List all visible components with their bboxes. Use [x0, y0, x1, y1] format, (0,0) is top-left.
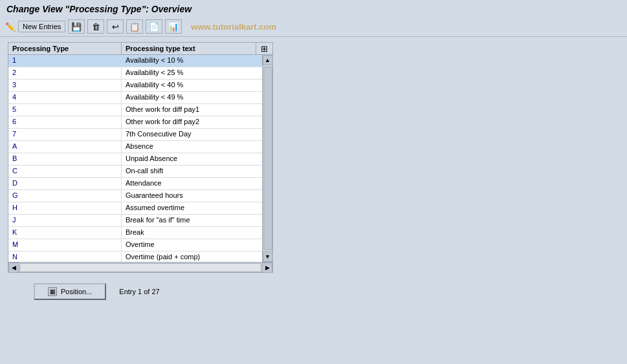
cell-text: Unpaid Absence: [122, 153, 262, 165]
page-title: Change View "Processing Type": Overview: [6, 4, 192, 14]
table-row[interactable]: MOvertime: [8, 239, 262, 252]
cell-text: On-call shift: [122, 166, 262, 177]
horizontal-scrollbar[interactable]: ◀ ▶: [8, 262, 272, 272]
undo-button[interactable]: ↩: [107, 19, 124, 34]
h-scroll-track: [19, 263, 261, 272]
position-button[interactable]: ▦ Position...: [34, 283, 106, 300]
discard-icon: 🗑: [91, 21, 101, 32]
table-header: Processing Type Processing type text ⊞: [8, 43, 272, 55]
col-processing-type: Processing Type: [8, 43, 122, 54]
scroll-thumb[interactable]: [263, 67, 272, 250]
cell-type: 5: [8, 104, 122, 116]
toolbar-icon-edit: ✏️: [5, 21, 16, 32]
position-btn-label: Position...: [61, 288, 92, 295]
table-row[interactable]: AAbsence: [8, 141, 262, 153]
table-scroll-area: 1Availability < 10 %2Availability < 25 %…: [8, 55, 272, 262]
scroll-left-arrow[interactable]: ◀: [8, 262, 19, 273]
save-icon: 💾: [71, 21, 82, 32]
cell-text: Absence: [122, 141, 262, 153]
other-button[interactable]: 📊: [165, 19, 182, 34]
cell-text: Assumed overtime: [122, 202, 262, 214]
discard-button[interactable]: 🗑: [87, 19, 104, 34]
scroll-up-arrow[interactable]: ▲: [263, 55, 273, 65]
table-row[interactable]: COn-call shift: [8, 166, 262, 178]
cell-type: H: [8, 202, 122, 214]
paste-icon: 📄: [149, 21, 159, 32]
scroll-right-arrow[interactable]: ▶: [262, 262, 272, 273]
table-row[interactable]: NOvertime (paid + comp): [8, 252, 262, 262]
table-row[interactable]: HAssumed overtime: [8, 202, 262, 215]
toolbar: ✏️ New Entries 💾 🗑 ↩ 📋 📄 📊 www.tutorialk…: [0, 17, 627, 37]
cell-text: Availability < 49 %: [122, 92, 262, 103]
new-entries-label: New Entries: [23, 23, 61, 30]
data-rows: 1Availability < 10 %2Availability < 25 %…: [8, 55, 262, 262]
cell-type: G: [8, 190, 122, 202]
cell-text: Availability < 40 %: [122, 80, 262, 91]
cell-text: Guaranteed hours: [122, 190, 262, 202]
cell-type: B: [8, 153, 122, 165]
cell-text: Availability < 25 %: [122, 67, 262, 79]
cell-type: D: [8, 178, 122, 189]
table-row[interactable]: 1Availability < 10 %: [8, 55, 262, 67]
table-row[interactable]: JBreak for "as if" time: [8, 215, 262, 227]
cell-type: 6: [8, 116, 122, 128]
copy-icon: 📋: [129, 21, 140, 32]
column-settings-icon[interactable]: ⊞: [256, 43, 272, 54]
main-content: Processing Type Processing type text ⊞ 1…: [0, 37, 627, 305]
cell-text: 7th Consecutive Day: [122, 129, 262, 140]
table-row[interactable]: 5Other work for diff pay1: [8, 104, 262, 116]
position-area: ▦ Position... Entry 1 of 27: [8, 283, 619, 300]
table-row[interactable]: KBreak: [8, 227, 262, 239]
table-row[interactable]: DAttendance: [8, 178, 262, 190]
cell-text: Attendance: [122, 178, 262, 189]
new-entries-button[interactable]: New Entries: [18, 21, 65, 32]
watermark: www.tutorialkart.com: [191, 22, 276, 32]
vertical-scrollbar[interactable]: ▲ ▼: [262, 55, 272, 262]
data-table: Processing Type Processing type text ⊞ 1…: [8, 42, 273, 273]
table-row[interactable]: 4Availability < 49 %: [8, 92, 262, 104]
table-row[interactable]: 3Availability < 40 %: [8, 80, 262, 92]
title-bar: Change View "Processing Type": Overview: [0, 0, 627, 17]
copy-button[interactable]: 📋: [126, 19, 143, 34]
cell-type: 3: [8, 80, 122, 91]
col-processing-type-text: Processing type text: [122, 43, 256, 54]
cell-type: M: [8, 239, 122, 251]
cell-text: Other work for diff pay1: [122, 104, 262, 116]
cell-type: A: [8, 141, 122, 153]
cell-type: C: [8, 166, 122, 177]
paste-button[interactable]: 📄: [146, 19, 162, 34]
cell-text: Overtime (paid + comp): [122, 252, 262, 262]
cell-type: 1: [8, 55, 122, 67]
cell-type: 4: [8, 92, 122, 103]
table-row[interactable]: 77th Consecutive Day: [8, 129, 262, 141]
grid-icon: ⊞: [261, 44, 268, 54]
position-btn-icon: ▦: [48, 287, 57, 296]
cell-text: Break for "as if" time: [122, 215, 262, 226]
cell-type: 2: [8, 67, 122, 79]
table-row[interactable]: 2Availability < 25 %: [8, 67, 262, 80]
cell-type: 7: [8, 129, 122, 140]
table-row[interactable]: 6Other work for diff pay2: [8, 116, 262, 129]
cell-type: J: [8, 215, 122, 226]
other-icon: 📊: [168, 21, 179, 32]
cell-type: N: [8, 252, 122, 262]
cell-text: Overtime: [122, 239, 262, 251]
table-row[interactable]: BUnpaid Absence: [8, 153, 262, 166]
scroll-down-arrow[interactable]: ▼: [263, 252, 273, 262]
table-row[interactable]: GGuaranteed hours: [8, 190, 262, 202]
cell-text: Break: [122, 227, 262, 239]
cell-type: K: [8, 227, 122, 239]
cell-text: Availability < 10 %: [122, 55, 262, 67]
cell-text: Other work for diff pay2: [122, 116, 262, 128]
entry-info: Entry 1 of 27: [119, 288, 159, 295]
undo-icon: ↩: [110, 21, 120, 32]
save-button[interactable]: 💾: [68, 19, 85, 34]
